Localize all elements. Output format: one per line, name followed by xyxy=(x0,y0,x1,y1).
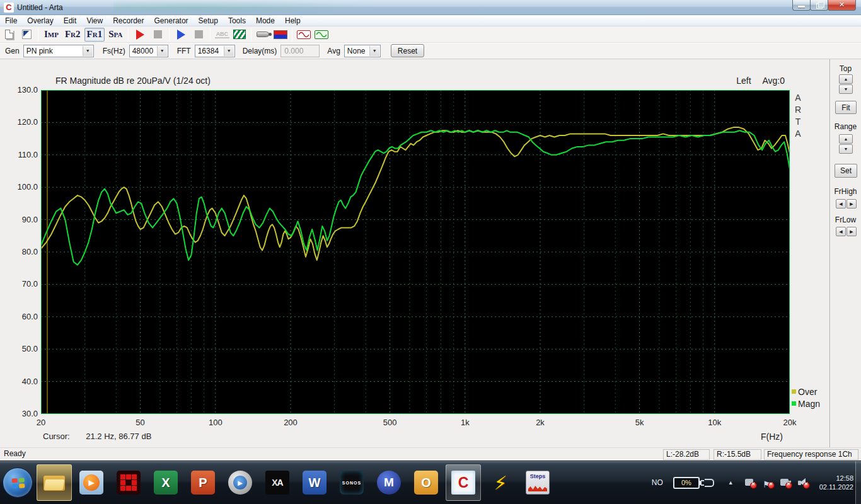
corner-triangle-icon xyxy=(22,30,32,39)
microphone-button[interactable] xyxy=(255,28,271,42)
clock[interactable]: 12:58 02.11.2022 xyxy=(819,474,853,491)
delay-value: 0.000 xyxy=(284,47,303,55)
overlay-tool-button[interactable] xyxy=(18,28,35,42)
menu-tools[interactable]: Tools xyxy=(223,16,251,26)
calibrate-button[interactable]: ABC xyxy=(214,28,230,42)
record-stop-button[interactable] xyxy=(149,28,166,42)
reset-label: Reset xyxy=(398,47,417,55)
taskbar-icon-flash[interactable]: ⚡ xyxy=(483,464,518,501)
new-file-button[interactable] xyxy=(1,28,17,42)
fr1-mode-button[interactable]: Fr1 xyxy=(84,28,105,42)
taskbar-icon-arta[interactable]: C xyxy=(446,464,481,501)
taskbar-icon-word[interactable]: W xyxy=(297,464,332,501)
menu-overlay[interactable]: Overlay xyxy=(22,16,58,26)
arta-app-icon[interactable]: C xyxy=(4,3,14,13)
cursor-readout: Cursor: 21.2 Hz, 86.77 dB xyxy=(43,432,151,441)
x-tick-label: 2k xyxy=(524,418,556,427)
delay-input[interactable]: 0.000 xyxy=(280,45,320,57)
set-button[interactable]: Set xyxy=(835,164,857,178)
reset-button[interactable]: Reset xyxy=(391,44,424,57)
legend-label-over: Over xyxy=(798,387,817,397)
frhigh-label: FrHigh xyxy=(830,187,861,196)
generator-sine-button[interactable] xyxy=(296,28,312,42)
averaging-select[interactable]: None ▼ xyxy=(344,45,381,57)
menu-recorder[interactable]: Recorder xyxy=(108,16,149,26)
language-indicator[interactable]: NO xyxy=(652,478,663,487)
x-tick-label: 50 xyxy=(125,418,156,427)
generator-signal-button[interactable] xyxy=(313,28,330,42)
arta-app-icon: C xyxy=(451,471,475,495)
menu-help[interactable]: Help xyxy=(280,16,306,26)
play-button[interactable] xyxy=(173,28,189,42)
channel-label: Left xyxy=(736,76,751,86)
imp-mode-button[interactable]: Imp xyxy=(42,28,61,42)
taskbar-icon-excel[interactable]: X xyxy=(148,464,183,501)
frlow-left-button[interactable]: ◀ xyxy=(836,227,846,236)
frhigh-left-button[interactable]: ◀ xyxy=(836,199,846,209)
frlow-right-button[interactable]: ▶ xyxy=(847,227,857,236)
device-error-icon[interactable] xyxy=(744,478,756,488)
samplerate-select[interactable]: 48000 ▼ xyxy=(129,45,168,57)
start-button[interactable] xyxy=(3,467,33,498)
menu-file[interactable]: File xyxy=(0,16,22,26)
averaging-value: None xyxy=(347,47,366,55)
plot-area[interactable] xyxy=(41,90,790,414)
range-up-button[interactable]: ▲ xyxy=(839,134,853,144)
x-tick-label: 10k xyxy=(699,418,731,427)
legend-item-over: Over xyxy=(792,386,820,398)
record-button[interactable] xyxy=(132,28,148,42)
delay-label: Delay(ms) xyxy=(243,47,277,55)
y-tick-label: 110.0 xyxy=(9,150,38,159)
spa-mode-button[interactable]: Spa xyxy=(106,28,125,42)
generator-select[interactable]: PN pink ▼ xyxy=(23,45,94,57)
power-device-error-icon[interactable] xyxy=(779,478,791,488)
fit-label: Fit xyxy=(841,103,850,112)
outlook-app-icon: O xyxy=(414,471,438,495)
hidden-icons-chevron[interactable]: ▲ xyxy=(728,479,734,486)
top-label: Top xyxy=(830,64,861,73)
taskbar-icon-powerpoint[interactable]: P xyxy=(185,464,221,501)
fr2-mode-button[interactable]: Fr2 xyxy=(62,28,83,42)
action-center-flag-icon[interactable] xyxy=(761,478,773,488)
menu-edit[interactable]: Edit xyxy=(59,16,82,26)
battery-percent: 0% xyxy=(681,479,691,486)
mediaplayer-app-icon: ▶ xyxy=(228,471,252,495)
taskbar-icon-recgrid[interactable] xyxy=(111,464,146,501)
taskbar-icon-outlook[interactable]: O xyxy=(408,464,444,501)
menu-mode[interactable]: Mode xyxy=(251,16,280,26)
title-bar: C Untitled - Arta xyxy=(0,0,861,15)
close-button[interactable] xyxy=(828,0,856,11)
recgrid-app-icon xyxy=(117,471,141,495)
range-down-button[interactable]: ▼ xyxy=(839,144,853,154)
range-label: Range xyxy=(830,122,861,131)
volume-muted-icon[interactable] xyxy=(797,478,809,488)
taskbar-icon-steps[interactable]: Steps xyxy=(520,464,555,501)
battery-icon[interactable]: 0% xyxy=(673,477,700,489)
graph-area: FR Magnitude dB re 20uPa/V (1/24 oct) Le… xyxy=(0,59,861,447)
word-app-icon: W xyxy=(303,471,326,495)
diagonal-stripes-icon xyxy=(233,30,246,39)
fit-button[interactable]: Fit xyxy=(835,101,857,114)
menu-setup[interactable]: Setup xyxy=(194,16,223,26)
taskbar-icon-wmp[interactable]: ▶ xyxy=(74,464,109,501)
fr1-label: Fr1 xyxy=(85,29,105,40)
top-up-button[interactable]: ▲ xyxy=(839,74,853,84)
frhigh-right-button[interactable]: ▶ xyxy=(847,199,857,209)
taskbar-icon-explorer[interactable] xyxy=(37,464,72,501)
show-desktop-button[interactable] xyxy=(855,461,861,504)
signal-view-button[interactable] xyxy=(272,28,289,42)
left-level-indicator: L:-28.2dB xyxy=(663,449,710,460)
minimize-button[interactable] xyxy=(792,0,811,11)
play-stop-button[interactable] xyxy=(190,28,207,42)
taskbar-icon-sonos[interactable]: SONOS xyxy=(334,464,369,501)
restore-button[interactable] xyxy=(810,0,828,11)
taskbar-icon-mediaplayer[interactable]: ▶ xyxy=(222,464,258,501)
top-down-button[interactable]: ▼ xyxy=(839,84,853,94)
spectrum-scaling-button[interactable] xyxy=(231,28,248,42)
taskbar-icon-mediamonkey[interactable]: M xyxy=(371,464,407,501)
fft-size-select[interactable]: 16384 ▼ xyxy=(195,45,235,57)
menu-view[interactable]: View xyxy=(81,16,108,26)
taskbar-icon-xa[interactable]: XA xyxy=(260,464,295,501)
side-panel: Top ▲ ▼ Fit Range ▲ ▼ Set FrHigh ◀ ▶ FrL… xyxy=(830,59,861,447)
menu-generator[interactable]: Generator xyxy=(149,16,194,26)
